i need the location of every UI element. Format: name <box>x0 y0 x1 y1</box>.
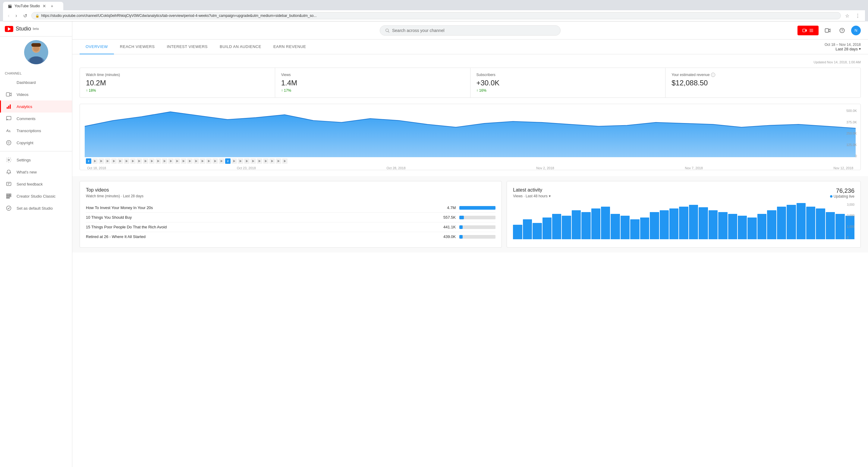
url-bar[interactable]: 🔒 https://studio.youtube.com/channel/UCo… <box>31 12 841 19</box>
video-icon[interactable] <box>206 158 212 164</box>
video-icon[interactable] <box>187 158 193 164</box>
chart-x-label: Nov 12, 2018 <box>834 166 853 170</box>
bookmark-button[interactable]: ☆ <box>843 12 851 19</box>
video-icon[interactable] <box>193 158 199 164</box>
video-play-icon <box>151 160 153 162</box>
video-title-2[interactable]: 15 Things Poor People Do That the Rich A… <box>86 225 443 229</box>
video-icon[interactable] <box>181 158 186 164</box>
video-icon[interactable] <box>92 158 98 164</box>
stat-card-0: Watch time (minutes) 10.2M ↑ 18% <box>80 68 275 97</box>
video-icon[interactable] <box>162 158 167 164</box>
search-icon <box>385 28 390 33</box>
user-avatar[interactable]: N <box>851 26 861 35</box>
video-icon[interactable] <box>149 158 155 164</box>
video-icon[interactable] <box>250 158 256 164</box>
video-title-3[interactable]: Retired at 26 - Where It All Started <box>86 234 443 239</box>
sidebar-item-label-videos: Videos <box>17 92 29 97</box>
search-bar[interactable]: Search across your channel <box>380 25 561 36</box>
tab-overview[interactable]: OVERVIEW <box>80 39 114 54</box>
sidebar-item-copyright[interactable]: © Copyright <box>0 137 72 149</box>
video-icon[interactable] <box>175 158 180 164</box>
video-camera-button[interactable] <box>822 25 833 36</box>
sidebar-item-send-feedback[interactable]: Send feedback <box>0 178 72 190</box>
video-icon[interactable] <box>118 158 123 164</box>
back-button[interactable]: ‹ <box>6 12 11 19</box>
stat-label-3: Your estimated revenuei <box>672 73 855 77</box>
sidebar-item-label-creator-studio: Creator Studio Classic <box>17 194 56 199</box>
date-range[interactable]: Oct 18 – Nov 14, 2018 Last 28 days ▾ <box>825 40 861 54</box>
extensions-button[interactable]: ⋮ <box>854 12 862 19</box>
latest-count: 76,236 <box>830 187 855 194</box>
avatar-image <box>24 40 48 64</box>
forward-button[interactable]: › <box>13 12 19 19</box>
sidebar-item-label-transcriptions: Transcriptions <box>17 128 41 133</box>
activity-bar-11 <box>621 216 629 239</box>
video-icon[interactable] <box>200 158 205 164</box>
stat-card-2: Subscribers +30.0K ↑ 16% <box>470 68 666 97</box>
svg-marker-7 <box>10 93 11 96</box>
video-play-icon <box>258 160 261 162</box>
video-title-1[interactable]: 10 Things You Should Buy <box>86 215 443 220</box>
sidebar-item-dashboard[interactable]: Dashboard <box>0 76 72 88</box>
sidebar-item-comments[interactable]: Comments <box>0 113 72 125</box>
browser-tab[interactable]: 🎬 YouTube Studio ✕ + <box>3 2 63 10</box>
refresh-button[interactable]: ↺ <box>22 12 29 19</box>
video-icon[interactable] <box>143 158 148 164</box>
video-icon[interactable] <box>130 158 135 164</box>
dropdown-arrow-icon[interactable]: ▾ <box>549 194 551 198</box>
video-icon[interactable] <box>156 158 161 164</box>
info-icon[interactable]: i <box>711 73 715 77</box>
sidebar-item-settings[interactable]: Settings <box>0 154 72 166</box>
video-play-icon <box>119 160 121 162</box>
video-icon[interactable]: 2 <box>225 158 230 164</box>
stat-label-0: Watch time (minutes) <box>86 73 269 77</box>
bell-icon <box>6 169 12 175</box>
video-icon[interactable] <box>98 158 104 164</box>
create-button[interactable] <box>798 26 818 35</box>
help-button[interactable]: ? <box>837 25 847 36</box>
activity-bar-1 <box>523 219 532 239</box>
sidebar-item-creator-studio[interactable]: Creator Studio Classic <box>0 190 72 202</box>
sidebar-item-label-dashboard: Dashboard <box>17 80 36 85</box>
video-icon[interactable] <box>257 158 262 164</box>
sidebar-item-analytics[interactable]: Analytics <box>0 100 72 113</box>
video-icon[interactable] <box>238 158 243 164</box>
sidebar-item-transcriptions[interactable]: Aあ Transcriptions <box>0 125 72 137</box>
video-icon[interactable] <box>219 158 224 164</box>
video-icon[interactable] <box>263 158 269 164</box>
video-icon[interactable] <box>231 158 237 164</box>
tab-audience[interactable]: BUILD AN AUDIENCE <box>214 39 267 54</box>
new-tab-button[interactable]: + <box>51 4 53 8</box>
video-icon[interactable] <box>136 158 142 164</box>
tab-close-button[interactable]: ✕ <box>42 4 46 8</box>
video-icon[interactable] <box>276 158 281 164</box>
video-icon[interactable] <box>124 158 129 164</box>
video-play-icon <box>246 160 248 162</box>
chart-y-labels: 500.0K375.0K250.0K125.0K0 <box>846 109 857 158</box>
video-icon[interactable] <box>270 158 275 164</box>
video-play-icon <box>278 160 280 162</box>
video-views-1: 557.5K <box>443 215 456 220</box>
chart-y-label: 250.0K <box>846 132 857 135</box>
video-icon[interactable] <box>168 158 174 164</box>
sidebar-item-videos[interactable]: Videos <box>0 88 72 100</box>
video-icon[interactable] <box>282 158 287 164</box>
video-bar-fill-2 <box>459 225 463 229</box>
tab-interest[interactable]: INTEREST VIEWERS <box>161 39 214 54</box>
activity-subtitle: Views · Last 48 hours ▾ <box>513 194 551 198</box>
video-icon[interactable] <box>213 158 218 164</box>
activity-bar-14 <box>650 212 659 239</box>
video-icon[interactable]: 2 <box>86 158 91 164</box>
video-icon[interactable] <box>244 158 250 164</box>
video-icon[interactable] <box>105 158 110 164</box>
sidebar-item-set-default[interactable]: Set as default Studio <box>0 202 72 214</box>
video-title-0[interactable]: How To Invest Your Money In Your 20s <box>86 205 447 210</box>
video-icon[interactable] <box>111 158 117 164</box>
activity-bar-4 <box>552 214 561 239</box>
tab-revenue[interactable]: EARN REVENUE <box>267 39 312 54</box>
tab-reach[interactable]: REACH VIEWERS <box>114 39 161 54</box>
sidebar-item-whats-new[interactable]: What's new <box>0 166 72 178</box>
activity-bar-21 <box>718 212 727 239</box>
activity-bar-19 <box>699 207 708 239</box>
sidebar-item-label-copyright: Copyright <box>17 141 33 145</box>
